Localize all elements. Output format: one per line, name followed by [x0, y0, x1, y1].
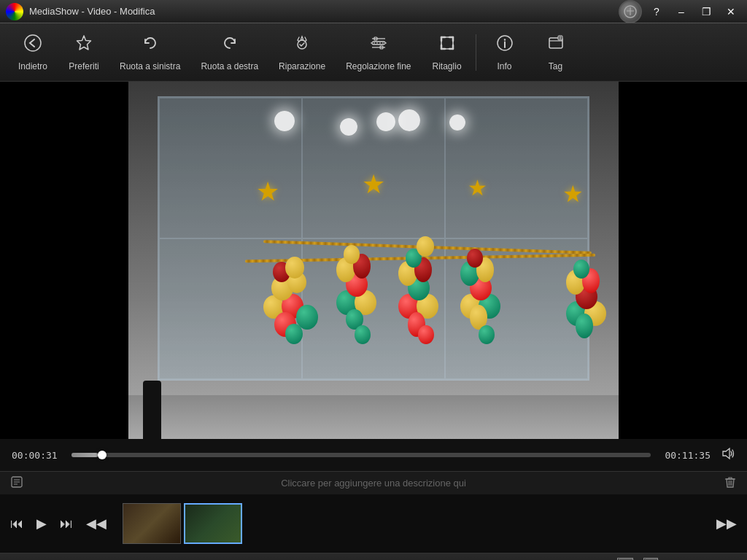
- title-bar-right: ? – ❐ ✕: [619, 0, 741, 23]
- progress-fill: [71, 453, 98, 457]
- thumbnail-item-active[interactable]: [184, 503, 242, 544]
- play-button[interactable]: ▶: [34, 513, 50, 534]
- film-controls-right: ▶▶: [706, 513, 740, 534]
- favorites-icon: [74, 34, 93, 57]
- svg-point-1: [25, 35, 41, 51]
- ceiling-light: [340, 118, 357, 136]
- trim-label: Ritaglio: [433, 61, 462, 71]
- status-right: 1:1 SD: [595, 558, 737, 561]
- description-placeholder[interactable]: Cliccare per aggiungere una descrizione …: [31, 478, 716, 489]
- rotate-right-icon: [220, 34, 239, 57]
- svg-rect-9: [441, 37, 453, 49]
- description-icon[interactable]: [10, 475, 23, 491]
- back-button[interactable]: Indietro: [7, 28, 58, 77]
- home-button[interactable]: [619, 0, 642, 23]
- trim-button[interactable]: Ritaglio: [422, 28, 473, 77]
- skip-to-end-button[interactable]: ⏭: [57, 513, 76, 534]
- repair-button[interactable]: Riparazione: [268, 28, 336, 77]
- back-icon: [23, 34, 42, 57]
- balloon: [285, 257, 304, 279]
- title-bar-left: MediaShow - Video - Modifica: [6, 3, 155, 20]
- close-button[interactable]: ✕: [721, 1, 741, 22]
- progress-thumb: [98, 451, 107, 459]
- rewind-button[interactable]: ◀◀: [83, 513, 109, 534]
- tag-icon: [546, 34, 565, 57]
- ceiling-light: [274, 111, 295, 131]
- info-button[interactable]: Info: [479, 28, 530, 77]
- thumbnail-image: [123, 504, 180, 543]
- fast-forward-button[interactable]: ▶▶: [713, 513, 740, 534]
- star-balloon: ★: [362, 169, 385, 200]
- quality-icon: SD: [643, 558, 658, 561]
- fine-adjust-icon: [369, 34, 388, 57]
- status-bar: Xmas.mpg Thursday, December 20, 2007 2:4…: [0, 553, 747, 560]
- svg-rect-22: [558, 36, 562, 40]
- repair-icon: [293, 34, 311, 57]
- ratio-icon: [617, 558, 633, 561]
- tag-button[interactable]: Tag: [530, 28, 581, 77]
- maximize-button[interactable]: ❐: [696, 1, 716, 22]
- current-time: 00:00:31: [12, 450, 63, 461]
- toolbar-separator: [476, 34, 476, 71]
- star-balloon: ★: [468, 175, 487, 201]
- trim-icon: [438, 34, 457, 57]
- playback-controls: ⏮ ▶ ⏭ ◀◀: [7, 513, 117, 534]
- balloon: [285, 324, 303, 344]
- toolbar: Indietro Preferiti Ruota a sinistra Ruot…: [0, 23, 747, 82]
- progress-area: 00:00:31 00:11:35: [0, 439, 747, 471]
- trash-icon[interactable]: [724, 475, 737, 491]
- filmstrip-area: ⏮ ▶ ⏭ ◀◀ ▶▶: [0, 494, 747, 553]
- fine-adjust-button[interactable]: Regolazione fine: [336, 28, 421, 77]
- thumbnail-item[interactable]: [123, 503, 181, 544]
- video-content: ★ ★ ★ ★: [128, 82, 619, 439]
- video-frame[interactable]: ★ ★ ★ ★: [128, 82, 619, 439]
- title-text: MediaShow - Video - Modifica: [29, 6, 155, 17]
- ceiling-light: [376, 112, 395, 131]
- fine-adjust-label: Regolazione fine: [346, 61, 411, 71]
- info-label: Info: [498, 61, 512, 71]
- ceiling-light: [449, 114, 465, 131]
- volume-icon[interactable]: [719, 446, 735, 465]
- rotate-left-button[interactable]: Ruota a sinistra: [109, 28, 190, 77]
- total-time: 00:11:35: [659, 450, 711, 461]
- title-bar: MediaShow - Video - Modifica ? – ❐ ✕: [0, 0, 747, 23]
- video-area: ★ ★ ★ ★: [0, 82, 747, 439]
- favorites-label: Preferiti: [69, 61, 98, 71]
- balloon: [355, 325, 371, 344]
- thumbnail-image: [185, 505, 241, 542]
- app-logo: [6, 3, 23, 20]
- person-silhouette: [143, 381, 161, 439]
- info-icon: [495, 34, 514, 57]
- balloon: [418, 325, 434, 344]
- description-bar: Cliccare per aggiungere una descrizione …: [0, 471, 747, 494]
- minimize-button[interactable]: –: [671, 1, 692, 22]
- repair-label: Riparazione: [279, 61, 325, 71]
- thumbnails-strip: [123, 502, 700, 545]
- help-button[interactable]: ?: [646, 1, 667, 22]
- ceiling-light: [398, 109, 420, 131]
- balloon: [417, 236, 434, 257]
- rotate-right-button[interactable]: Ruota a destra: [190, 28, 268, 77]
- rotate-left-label: Ruota a sinistra: [120, 61, 180, 71]
- floor: [128, 395, 619, 439]
- back-label: Indietro: [18, 61, 47, 71]
- skip-to-start-button[interactable]: ⏮: [7, 513, 26, 534]
- progress-track[interactable]: [71, 453, 651, 457]
- balloon: [467, 249, 483, 268]
- tag-label: Tag: [549, 61, 562, 71]
- rotate-right-label: Ruota a destra: [201, 61, 258, 71]
- balloon: [576, 314, 593, 338]
- balloon: [479, 325, 495, 344]
- star-balloon: ★: [562, 180, 584, 208]
- svg-point-19: [503, 39, 505, 40]
- star-balloon: ★: [256, 176, 279, 207]
- balloon: [573, 260, 589, 279]
- favorites-button[interactable]: Preferiti: [58, 28, 109, 77]
- rotate-left-icon: [141, 34, 160, 57]
- balloon: [344, 245, 360, 264]
- glass-wall: [158, 96, 589, 381]
